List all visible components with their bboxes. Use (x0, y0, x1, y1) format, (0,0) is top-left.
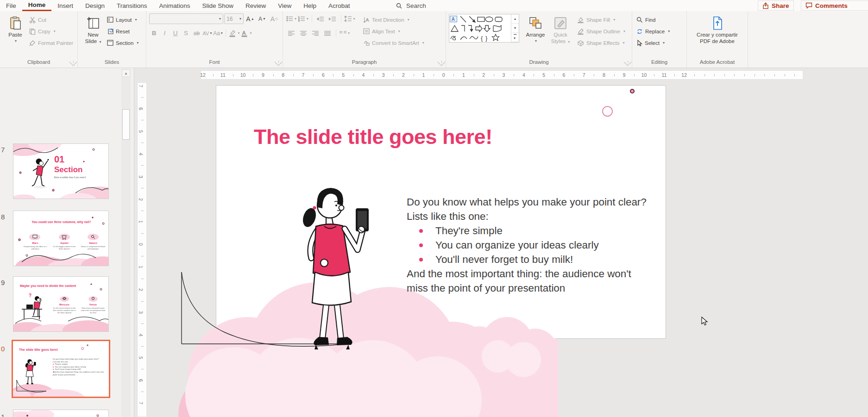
dialog-launcher-icon[interactable] (69, 58, 77, 66)
thumbnail-slide-10-selected[interactable]: The slide title goes here! Do you know w… (12, 340, 110, 398)
paste-button[interactable]: Paste ▾ (3, 13, 28, 44)
align-center-button[interactable] (298, 28, 309, 38)
character-spacing-button[interactable]: AV▾ (202, 28, 212, 38)
body-line-2: Lists like this one: (407, 209, 662, 224)
justify-button[interactable] (322, 28, 333, 38)
new-slide-button[interactable]: New Slide ▾ (81, 13, 106, 45)
numbering-button[interactable]: 123 ▾ (298, 14, 309, 24)
text-shadow-button[interactable]: S (181, 28, 191, 38)
group-slides: New Slide ▾ Layout ▾ Reset Sec (78, 11, 146, 68)
group-editing: Find Replace▾ Select▾ Editing (632, 11, 687, 68)
dialog-launcher-icon[interactable] (624, 58, 632, 66)
shape-outline-button[interactable]: Shape Outline▾ (576, 26, 627, 36)
tab-design[interactable]: Design (79, 0, 111, 11)
tab-help[interactable]: Help (297, 0, 322, 11)
slide-title[interactable]: The slide title goes here! (254, 125, 492, 149)
thumb10-line2: Lists like this one: (53, 361, 69, 363)
copy-button[interactable]: Copy ▾ (28, 26, 75, 36)
tab-slide-show[interactable]: Slide Show (196, 0, 239, 11)
panel-scroll-up-icon[interactable]: ▲ (122, 69, 130, 77)
slide-number-8: 8 (1, 213, 8, 221)
cut-button[interactable]: Cut (28, 15, 75, 25)
gallery-scroll-down-icon[interactable]: ▾ (511, 24, 519, 33)
tab-acrobat[interactable]: Acrobat (322, 0, 356, 11)
vertical-ruler[interactable]: 765432101234567 (137, 82, 147, 417)
bold-button[interactable]: B (149, 28, 159, 38)
adobe-pdf-button[interactable]: Crear y compartir PDF de Adobe (690, 13, 745, 44)
thumb10-line1: Do you know what helps you make your poi… (53, 358, 99, 360)
strikethrough-button[interactable]: ab (192, 28, 201, 38)
format-painter-button[interactable]: Format Painter (28, 38, 75, 48)
svg-text:3: 3 (298, 20, 300, 22)
thumbnail-slide-7[interactable]: 01 Section Enter a subtitle here if you … (13, 143, 109, 199)
increase-indent-button[interactable] (327, 14, 338, 24)
clear-formatting-button[interactable]: A◇ (269, 14, 280, 24)
body-line-1: Do you know what helps you make your poi… (407, 195, 662, 209)
thumbnail-slide-11[interactable]: A picture always reinforces the concept … (13, 410, 109, 417)
thumbnail-slide-8[interactable]: You could use three columns, why not? Ma… (13, 211, 109, 266)
tab-animations[interactable]: Animations (153, 0, 196, 11)
arrange-label: Arrange (526, 31, 545, 38)
decrease-font-button[interactable]: A▼ (257, 14, 268, 24)
search-box[interactable]: Search (396, 0, 426, 11)
align-left-button[interactable] (286, 28, 297, 38)
italic-button[interactable]: I (160, 28, 170, 38)
slide-body-textbox[interactable]: Do you know what helps you make your poi… (407, 195, 662, 295)
columns-button[interactable]: ▾ (339, 28, 350, 38)
chevron-down-icon: ▾ (15, 38, 17, 44)
shape-fill-button[interactable]: Shape Fill▾ (576, 15, 627, 25)
comments-button[interactable]: Comments (801, 0, 868, 11)
tab-transitions[interactable]: Transitions (111, 0, 153, 11)
shapes-gallery[interactable]: A {} ▴ ▾ ▔▾ (449, 14, 519, 43)
font-color-button[interactable]: A ▾ (241, 28, 252, 38)
reset-button[interactable]: Reset (106, 26, 140, 36)
convert-to-smartart-button[interactable]: Convert to SmartArt▾ (362, 38, 426, 48)
layout-button[interactable]: Layout ▾ (106, 15, 140, 25)
shapes-gallery-scrollbar[interactable]: ▴ ▾ ▔▾ (511, 14, 519, 42)
tab-view[interactable]: View (272, 0, 297, 11)
increase-font-button[interactable]: A▲ (245, 14, 256, 24)
change-case-button[interactable]: Aa▾ (213, 28, 223, 38)
adobe-pdf-icon (712, 15, 723, 31)
underline-button[interactable]: U (170, 28, 180, 38)
font-size-combobox[interactable]: 16▾ (224, 13, 244, 24)
align-text-button[interactable]: Align Text▾ (362, 26, 426, 36)
panel-scrollbar[interactable]: ▲ (121, 68, 131, 417)
group-font: ▾ 16▾ A▲ A▼ A◇ B I U S ab AV▾ Aa▾ (146, 11, 283, 68)
tab-file[interactable]: File (0, 0, 22, 11)
gallery-more-icon[interactable]: ▔▾ (511, 33, 519, 42)
share-button[interactable]: Share (758, 0, 794, 11)
decorative-dot[interactable] (630, 89, 635, 93)
svg-text:?: ? (29, 293, 31, 298)
decrease-indent-button[interactable] (315, 14, 326, 24)
woman-with-phone-illustration[interactable] (285, 181, 378, 350)
dialog-launcher-icon[interactable] (438, 58, 446, 66)
shape-effects-button[interactable]: Shape Effects▾ (576, 38, 627, 48)
panel-scrollbar-thumb[interactable] (122, 109, 130, 140)
increase-indent-icon (329, 16, 336, 22)
comments-icon (805, 2, 812, 9)
dialog-launcher-icon[interactable] (275, 58, 283, 66)
highlight-color-button[interactable]: ▾ (229, 28, 240, 38)
tab-insert[interactable]: Insert (51, 0, 79, 11)
decorative-circle-outline[interactable] (602, 106, 613, 117)
ribbon-tab-bar: File Home Insert Design Transitions Anim… (0, 0, 868, 11)
horizontal-ruler[interactable]: 1211109876543210123456789101112 (201, 70, 803, 80)
thumbnail-slide-9[interactable]: ? Maybe you need to divide the content M… (13, 276, 109, 332)
tab-home[interactable]: Home (22, 0, 52, 11)
quick-styles-button[interactable]: Quick Styles ▾ (548, 13, 573, 45)
line-spacing-button[interactable]: ▾ (344, 14, 355, 24)
bullets-button[interactable]: ▾ (286, 14, 297, 24)
tab-review[interactable]: Review (239, 0, 272, 11)
find-button[interactable]: Find (635, 15, 671, 25)
arrange-button[interactable]: Arrange ▾ (523, 13, 548, 44)
section-icon (107, 40, 113, 46)
gallery-scroll-up-icon[interactable]: ▴ (511, 14, 519, 24)
chevron-down-icon: ▾ (535, 38, 537, 44)
align-right-button[interactable] (310, 28, 321, 38)
text-direction-button[interactable]: A Text Direction▾ (362, 15, 426, 25)
section-button[interactable]: Section ▾ (106, 38, 140, 48)
select-button[interactable]: Select▾ (635, 38, 671, 48)
replace-button[interactable]: Replace▾ (635, 26, 671, 36)
font-name-combobox[interactable]: ▾ (149, 13, 223, 24)
